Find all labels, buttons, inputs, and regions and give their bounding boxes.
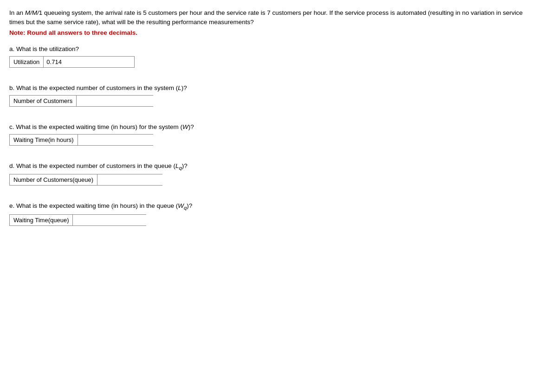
question-b-block: b. What is the expected number of custom…: [9, 84, 548, 107]
question-a-input[interactable]: [44, 57, 134, 67]
question-c-label: c. What is the expected waiting time (in…: [9, 123, 548, 130]
question-d-block: d. What is the expected number of custom…: [9, 162, 548, 186]
question-b-input-row: Number of Customers: [9, 95, 153, 107]
question-e-block: e. What is the expected waiting time (in…: [9, 202, 548, 226]
note-text: Note: Round all answers to three decimal…: [9, 29, 548, 36]
question-e-label: e. What is the expected waiting time (in…: [9, 202, 548, 211]
question-e-input-row: Waiting Time(queue): [9, 214, 146, 226]
question-b-field-label: Number of Customers: [10, 96, 77, 106]
question-d-input[interactable]: [97, 174, 181, 185]
question-b-input[interactable]: [77, 96, 160, 106]
question-c-input[interactable]: [78, 135, 162, 145]
question-d-input-row: Number of Customers(queue): [9, 174, 162, 186]
question-d-field-label: Number of Customers(queue): [10, 174, 97, 185]
question-a-input-row: Utilization: [9, 56, 135, 68]
intro-paragraph: In an M/M/1 queueing system, the arrival…: [9, 8, 538, 27]
question-b-label: b. What is the expected number of custom…: [9, 84, 548, 91]
question-c-field-label: Waiting Time(in hours): [10, 135, 78, 145]
question-c-block: c. What is the expected waiting time (in…: [9, 123, 548, 146]
question-a-block: a. What is the utilization? Utilization: [9, 45, 548, 68]
question-d-label: d. What is the expected number of custom…: [9, 162, 548, 171]
question-e-input[interactable]: [73, 215, 156, 225]
question-a-field-label: Utilization: [10, 57, 44, 67]
question-e-field-label: Waiting Time(queue): [10, 215, 73, 225]
question-a-label: a. What is the utilization?: [9, 45, 548, 52]
question-c-input-row: Waiting Time(in hours): [9, 134, 153, 146]
